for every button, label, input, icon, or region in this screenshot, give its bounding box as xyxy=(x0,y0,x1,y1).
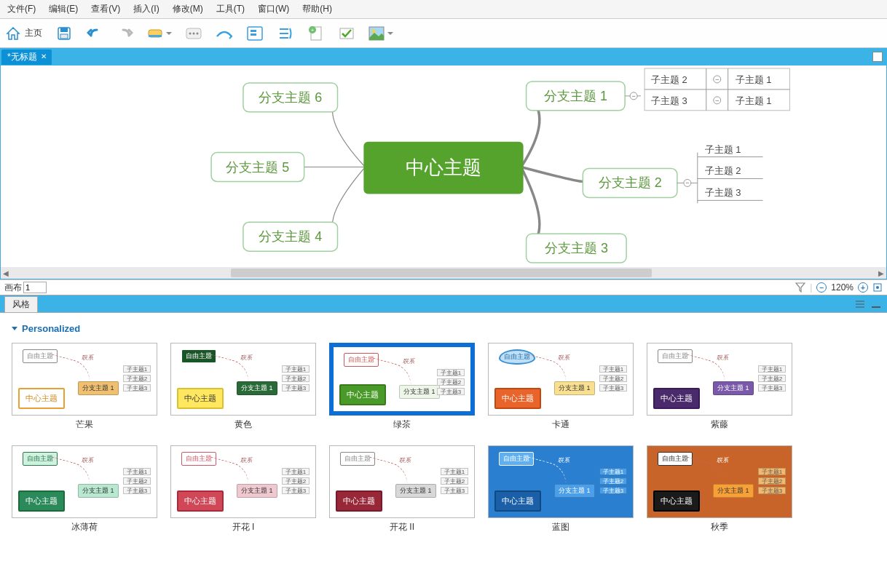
center-topic[interactable]: 中心主题 xyxy=(406,157,481,178)
style-thumb-4[interactable]: 自由主题联系中心主题分支主题 1子主题1子主题2子主题3紫藤 xyxy=(647,343,792,431)
fit-icon[interactable] xyxy=(872,282,883,293)
summary-button[interactable] xyxy=(277,25,294,42)
subtopic[interactable]: 子主题 1 xyxy=(705,144,741,155)
svg-rect-10 xyxy=(251,30,256,32)
list-icon[interactable] xyxy=(855,299,865,309)
branch-4[interactable]: 分支主题 4 xyxy=(259,229,322,244)
personalized-section[interactable]: Personalized xyxy=(12,323,875,334)
document-tab[interactable]: *无标题 ✕ xyxy=(1,49,52,65)
scroll-thumb[interactable] xyxy=(231,269,652,277)
ellipsis-icon xyxy=(186,28,202,39)
caret-icon xyxy=(387,32,393,35)
thumb-label: 卡通 xyxy=(552,418,569,431)
home-button[interactable]: 主页 xyxy=(4,25,42,42)
svg-text:−: − xyxy=(685,179,689,186)
scroll-right-icon[interactable]: ▶ xyxy=(876,268,886,278)
check-icon xyxy=(339,25,355,41)
undo-icon xyxy=(87,25,103,41)
chevron-down-icon xyxy=(12,327,17,330)
thumb-label: 绿茶 xyxy=(393,418,411,431)
subtopic[interactable]: 子主题 2 xyxy=(705,165,741,176)
svg-rect-11 xyxy=(251,33,256,36)
zoom-out-button[interactable]: − xyxy=(816,282,827,293)
subtopic[interactable]: 子主题 1 xyxy=(736,95,772,106)
summary-icon xyxy=(278,26,293,41)
menu-help[interactable]: 帮助(H) xyxy=(299,1,335,17)
redo-button[interactable] xyxy=(117,25,134,42)
branch-5[interactable]: 分支主题 5 xyxy=(226,160,289,175)
canvas-label: 画布 xyxy=(4,282,22,294)
menu-edit[interactable]: 编辑(E) xyxy=(46,1,81,17)
style-panel-header: 风格 xyxy=(0,295,887,313)
mindmap-svg: 中心主题 分支主题 6 分支主题 5 分支主题 4 分支主题 1 分支主题 2 … xyxy=(1,65,886,279)
horizontal-scrollbar[interactable]: ◀ ▶ xyxy=(1,267,886,279)
thumb-label: 开花 I xyxy=(232,521,255,533)
zoom-in-button[interactable]: + xyxy=(858,282,868,293)
status-bar: 画布 | − 120% + xyxy=(0,279,887,295)
thumb-label: 黄色 xyxy=(234,418,252,431)
minimize-icon[interactable] xyxy=(871,299,881,309)
style-thumb-2[interactable]: 自由主题联系中心主题分支主题 1子主题1子主题2子主题3绿茶 xyxy=(329,343,475,431)
branch-1[interactable]: 分支主题 1 xyxy=(544,89,607,103)
thumb-label: 紫藤 xyxy=(711,418,728,431)
menu-view[interactable]: 查看(V) xyxy=(88,1,123,17)
menu-window[interactable]: 窗口(W) xyxy=(255,1,292,17)
more-button[interactable] xyxy=(185,25,202,42)
undo-button[interactable] xyxy=(86,25,103,42)
home-icon xyxy=(4,25,22,42)
branch-2[interactable]: 分支主题 2 xyxy=(599,175,662,190)
thumb-label: 秋季 xyxy=(711,521,728,533)
svg-text:+: + xyxy=(311,27,315,33)
toolbar: 主页 + xyxy=(0,19,887,48)
svg-point-6 xyxy=(189,32,192,34)
tab-title: *无标题 xyxy=(7,52,37,62)
zoom-level: 120% xyxy=(831,282,854,293)
svg-point-8 xyxy=(197,32,199,34)
shape-dropdown[interactable] xyxy=(147,25,172,41)
scroll-left-icon[interactable]: ◀ xyxy=(1,268,11,278)
rectangle-icon xyxy=(147,25,163,41)
style-thumb-6[interactable]: 自由主题联系中心主题分支主题 1子主题1子主题2子主题3开花 I xyxy=(170,445,316,533)
add-icon: + xyxy=(308,25,324,41)
subtopic[interactable]: 子主题 1 xyxy=(736,74,772,85)
caret-icon xyxy=(166,32,172,35)
menu-file[interactable]: 文件(F) xyxy=(4,1,39,17)
relation-button[interactable] xyxy=(216,25,233,42)
image-dropdown[interactable] xyxy=(368,26,393,41)
save-button[interactable] xyxy=(55,25,73,42)
branch-3[interactable]: 分支主题 3 xyxy=(545,241,608,255)
menu-insert[interactable]: 插入(I) xyxy=(130,1,162,17)
maximize-icon[interactable] xyxy=(872,52,883,62)
menu-modify[interactable]: 修改(M) xyxy=(170,1,206,17)
style-thumb-1[interactable]: 自由主题联系中心主题分支主题 1子主题1子主题2子主题3黄色 xyxy=(170,343,316,431)
home-label: 主页 xyxy=(25,27,42,39)
menubar: 文件(F) 编辑(E) 查看(V) 插入(I) 修改(M) 工具(T) 窗口(W… xyxy=(0,0,887,19)
svg-text:−: − xyxy=(631,92,635,100)
style-thumb-5[interactable]: 自由主题联系中心主题分支主题 1子主题1子主题2子主题3冰薄荷 xyxy=(12,445,157,533)
personalized-label: Personalized xyxy=(22,323,80,334)
style-thumb-0[interactable]: 自由主题联系中心主题分支主题 1子主题1子主题2子主题3芒果 xyxy=(12,343,157,431)
close-icon[interactable]: ✕ xyxy=(39,52,49,62)
style-thumb-3[interactable]: 自由主题联系中心主题分支主题 1子主题1子主题2子主题3卡通 xyxy=(488,343,634,431)
tab-bar: *无标题 ✕ xyxy=(0,48,887,65)
check-button[interactable] xyxy=(338,25,355,42)
style-thumb-9[interactable]: 自由主题联系中心主题分支主题 1子主题1子主题2子主题3秋季 xyxy=(647,445,792,533)
mindmap-canvas[interactable]: 中心主题 分支主题 6 分支主题 5 分支主题 4 分支主题 1 分支主题 2 … xyxy=(0,65,887,279)
image-icon xyxy=(368,26,385,41)
subtopic[interactable]: 子主题 3 xyxy=(705,187,741,198)
svg-point-20 xyxy=(372,29,376,33)
branch-6[interactable]: 分支主题 6 xyxy=(259,90,322,105)
style-thumb-8[interactable]: 自由主题联系中心主题分支主题 1子主题1子主题2子主题3蓝图 xyxy=(488,445,634,533)
style-tab[interactable]: 风格 xyxy=(4,296,38,312)
menu-tools[interactable]: 工具(T) xyxy=(213,1,248,17)
svg-rect-4 xyxy=(149,35,162,37)
style-thumb-7[interactable]: 自由主题联系中心主题分支主题 1子主题1子主题2子主题3开花 II xyxy=(329,445,475,533)
filter-icon[interactable] xyxy=(795,282,805,293)
subtopic[interactable]: 子主题 3 xyxy=(651,95,687,106)
canvas-number-input[interactable] xyxy=(23,282,47,293)
add-button[interactable]: + xyxy=(307,25,325,42)
thumb-label: 冰薄荷 xyxy=(71,521,98,533)
style-panel: Personalized 自由主题联系中心主题分支主题 1子主题1子主题2子主题… xyxy=(0,313,887,566)
boundary-button[interactable] xyxy=(246,25,264,42)
subtopic[interactable]: 子主题 2 xyxy=(651,74,687,85)
